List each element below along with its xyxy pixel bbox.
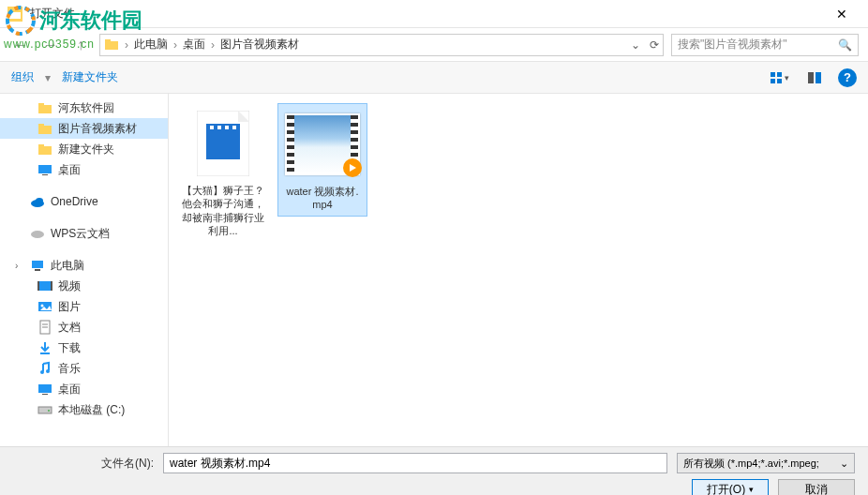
svg-rect-43 [210,126,214,129]
svg-rect-27 [51,281,52,291]
svg-rect-5 [105,39,111,42]
sidebar-item-label: 此电脑 [51,258,84,274]
sidebar-item-label: 新建文件夹 [58,142,114,158]
desktop-icon [37,162,52,177]
view-icons-button[interactable]: ▾ [767,68,791,88]
forward-button: → [39,34,62,56]
svg-rect-26 [37,281,39,291]
svg-rect-16 [38,146,52,155]
app-icon [7,7,22,22]
search-placeholder: 搜索"图片音视频素材" [678,37,787,52]
search-input[interactable]: 搜索"图片音视频素材" 🔍 [671,34,859,56]
filename-input[interactable] [163,453,667,473]
sidebar: ›河东软件园›图片音视频素材›新建文件夹›桌面›OneDrive›WPS云文档›… [0,94,169,446]
toolbar: 组织 ▾ 新建文件夹 ▾ ? [0,62,868,94]
pictures-icon [37,299,52,314]
svg-rect-6 [771,72,775,77]
sidebar-item-label: 音乐 [58,361,81,377]
svg-point-22 [31,231,44,238]
titlebar: 打开文件 ✕ [0,0,868,28]
up-button[interactable]: ↑ [69,34,92,56]
preview-pane-button[interactable] [802,68,827,88]
svg-rect-23 [32,261,43,268]
cancel-button[interactable]: 取消 [778,479,855,495]
svg-rect-46 [232,126,236,129]
svg-rect-45 [225,126,229,129]
sidebar-item-downloads[interactable]: ›下载 [0,338,168,358]
svg-rect-12 [38,105,52,113]
onedrive-icon [30,194,45,209]
file-item[interactable]: 【大猫】狮子王？他会和狮子沟通，却被南非捕狮行业利用... [178,103,268,241]
filename-label: 文件名(N): [13,456,154,472]
breadcrumb[interactable]: › 此电脑 › 桌面 › 图片音视频素材 ⌄ ⟳ [99,34,664,56]
sidebar-item-folder[interactable]: ›新建文件夹 [0,139,168,159]
svg-rect-14 [38,126,52,134]
svg-rect-41 [206,131,240,159]
search-icon: 🔍 [838,38,852,52]
folder-icon [37,100,52,115]
sidebar-item-label: 图片 [58,299,81,315]
sidebar-item-label: WPS云文档 [51,226,110,242]
sidebar-item-music[interactable]: ›音乐 [0,358,168,379]
sidebar-item-folder[interactable]: ›图片音视频素材 [0,118,168,139]
sidebar-item-drive[interactable]: ›本地磁盘 (C:) [0,399,168,420]
organize-menu[interactable]: 组织 [11,69,34,85]
file-thumbnail [285,108,360,181]
sidebar-item-label: OneDrive [51,195,98,208]
svg-rect-19 [42,174,48,175]
sidebar-item-desktop[interactable]: ›桌面 [0,379,168,399]
sidebar-item-wps[interactable]: ›WPS云文档 [0,223,168,244]
breadcrumb-item[interactable]: 图片音视频素材 [220,37,299,52]
sidebar-item-docs[interactable]: ›文档 [0,317,168,338]
sidebar-item-label: 河东软件园 [58,100,114,116]
footer: 文件名(N): 所有视频 (*.mp4;*.avi;*.mpeg;⌄ 打开(O)… [0,446,868,495]
svg-rect-18 [38,165,52,173]
sidebar-item-pictures[interactable]: ›图片 [0,296,168,317]
svg-rect-8 [771,79,775,83]
sidebar-item-folder[interactable]: ›河东软件园 [0,98,168,118]
sidebar-item-label: 桌面 [58,162,81,178]
sidebar-item-label: 下载 [58,340,81,356]
svg-rect-13 [38,103,44,106]
close-button[interactable]: ✕ [823,0,861,28]
chevron-right-icon: › [211,38,215,52]
sidebar-item-label: 桌面 [58,382,81,398]
sidebar-item-onedrive[interactable]: ›OneDrive [0,191,168,212]
svg-point-35 [46,369,50,373]
svg-point-39 [48,410,50,412]
svg-rect-36 [38,384,52,393]
sidebar-item-video[interactable]: ›视频 [0,276,168,296]
open-button[interactable]: 打开(O)▾ [692,479,769,495]
svg-rect-17 [38,144,44,147]
help-button[interactable]: ? [838,68,857,87]
file-thumbnail [186,107,261,180]
chevron-down-icon[interactable]: ⌄ [631,38,640,52]
sidebar-item-desktop[interactable]: ›桌面 [0,159,168,180]
back-button[interactable]: ← [9,34,32,56]
sidebar-item-pc[interactable]: ›此电脑 [0,255,168,276]
chevron-right-icon: › [125,38,128,52]
svg-point-21 [36,198,43,203]
breadcrumb-item[interactable]: 此电脑 [134,37,168,52]
pc-icon [30,258,45,273]
file-label: water 视频素材.mp4 [282,185,363,212]
refresh-icon[interactable]: ⟳ [650,38,659,52]
file-pane[interactable]: 【大猫】狮子王？他会和狮子沟通，却被南非捕狮行业利用...water 视频素材.… [169,94,868,446]
folder-icon [104,38,119,52]
svg-rect-11 [816,72,821,83]
svg-rect-24 [35,269,40,271]
new-folder-button[interactable]: 新建文件夹 [62,69,118,85]
wps-icon [30,226,45,241]
svg-rect-9 [777,79,782,83]
music-icon [37,361,52,376]
breadcrumb-item[interactable]: 桌面 [183,37,205,52]
svg-point-29 [41,305,44,308]
sidebar-item-label: 本地磁盘 (C:) [58,402,125,418]
sidebar-item-label: 图片音视频素材 [58,121,137,137]
filetype-select[interactable]: 所有视频 (*.mp4;*.avi;*.mpeg;⌄ [677,453,855,473]
svg-rect-7 [777,72,782,77]
downloads-icon [37,340,52,355]
svg-rect-4 [105,41,118,50]
navbar: ← → ↑ › 此电脑 › 桌面 › 图片音视频素材 ⌄ ⟳ 搜索"图片音视频素… [0,28,868,62]
file-item[interactable]: water 视频素材.mp4 [277,103,367,217]
